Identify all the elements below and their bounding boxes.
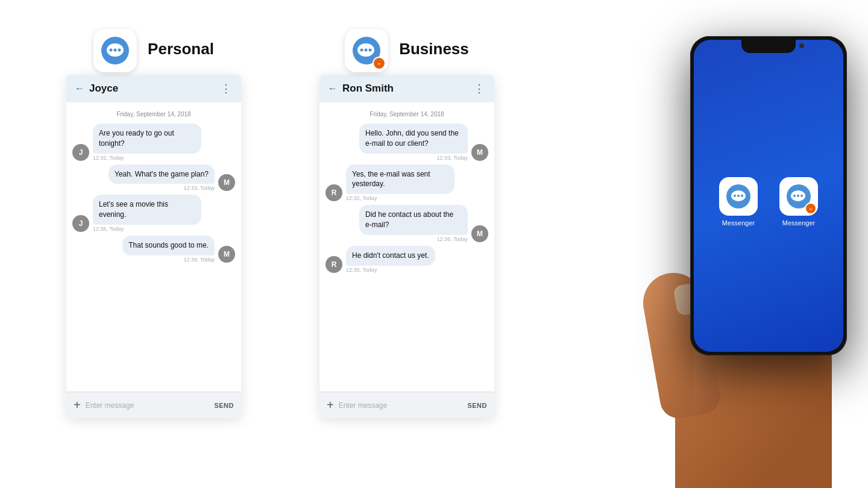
svg-point-21 xyxy=(800,195,803,197)
send-button[interactable]: SEND xyxy=(467,402,487,409)
message-input[interactable]: Enter message xyxy=(86,401,210,410)
table-row: J Are you ready to go out tonight? 12:32… xyxy=(72,124,235,161)
personal-chat-header: ← Joyce ⋮ xyxy=(66,75,241,102)
message-time: 12:35, Today xyxy=(346,267,435,273)
table-row: M Yeah. What's the game plan? 12:33, Tod… xyxy=(72,164,235,192)
add-attachment-icon[interactable]: + xyxy=(327,398,334,412)
svg-text:∞: ∞ xyxy=(378,61,381,66)
home-screen-icons: Messenger xyxy=(719,177,818,227)
svg-point-16 xyxy=(741,195,743,197)
avatar: J xyxy=(72,144,89,161)
personal-more-icon[interactable]: ⋮ xyxy=(221,82,233,95)
business-more-icon[interactable]: ⋮ xyxy=(474,82,486,95)
business-badge-icon: ∞ xyxy=(373,57,386,70)
message-bubble: He didn't contact us yet. xyxy=(346,246,435,266)
personal-contact-name: Joyce xyxy=(89,83,118,95)
avatar: M xyxy=(218,246,235,263)
personal-title: Personal xyxy=(148,40,214,58)
message-time: 12:32, Today xyxy=(346,195,454,201)
avatar: R xyxy=(326,184,342,201)
svg-point-8 xyxy=(365,49,368,52)
message-time: 12:32, Today xyxy=(93,155,201,161)
phone-device: Messenger xyxy=(555,0,868,488)
add-attachment-icon[interactable]: + xyxy=(74,398,81,412)
avatar: J xyxy=(72,215,89,232)
table-row: R Yes, the e-mail was sent yesterday. 12… xyxy=(326,164,488,202)
home-app-messenger-business[interactable]: ∞ Messenger xyxy=(779,177,818,227)
business-input-bar: + Enter message SEND xyxy=(319,392,494,418)
home-app-label: Messenger xyxy=(782,219,815,227)
message-bubble: Let's see a movie this evening. xyxy=(93,195,201,225)
avatar: M xyxy=(218,174,235,191)
business-chat-body: Friday, September 14, 2018 M Hello. John… xyxy=(319,102,494,392)
svg-point-2 xyxy=(110,49,113,52)
avatar: M xyxy=(471,144,488,161)
svg-point-3 xyxy=(114,49,117,52)
business-title: Business xyxy=(399,40,469,58)
business-app-icon[interactable]: ∞ xyxy=(345,29,388,72)
message-bubble: Are you ready to go out tonight? xyxy=(93,124,201,154)
message-bubble: Hello. John, did you send the e-mail to … xyxy=(359,124,468,154)
message-input[interactable]: Enter message xyxy=(339,401,463,410)
svg-point-7 xyxy=(360,49,363,52)
business-date-label: Friday, September 14, 2018 xyxy=(326,111,488,117)
svg-point-4 xyxy=(118,49,121,52)
personal-date-label: Friday, September 14, 2018 xyxy=(72,111,235,117)
svg-point-19 xyxy=(793,195,796,197)
table-row: M Did he contact us about the e-mail? 12… xyxy=(326,205,488,242)
avatar: M xyxy=(471,225,488,242)
home-messenger-business-icon[interactable]: ∞ xyxy=(779,177,818,216)
svg-point-14 xyxy=(734,195,736,197)
personal-app-icon[interactable] xyxy=(93,29,137,72)
personal-chat-body: Friday, September 14, 2018 J Are you rea… xyxy=(66,102,241,392)
send-button[interactable]: SEND xyxy=(214,402,234,409)
business-chat-header: ← Ron Smith ⋮ xyxy=(319,75,494,102)
home-messenger-icon[interactable] xyxy=(719,177,758,216)
message-bubble: Yes, the e-mail was sent yesterday. xyxy=(346,164,454,195)
back-arrow-icon[interactable]: ← xyxy=(75,83,84,94)
business-badge: ∞ xyxy=(805,202,817,214)
avatar: R xyxy=(326,256,342,273)
message-time: 12:33, Today xyxy=(437,155,468,161)
personal-panel: Personal ← Joyce ⋮ Friday, September 14,… xyxy=(66,29,241,418)
svg-point-15 xyxy=(737,195,740,197)
back-arrow-icon[interactable]: ← xyxy=(328,83,338,94)
business-chat-screen: ← Ron Smith ⋮ Friday, September 14, 2018… xyxy=(319,75,494,418)
message-bubble: Did he contact us about the e-mail? xyxy=(359,205,468,235)
table-row: R He didn't contact us yet. 12:35, Today xyxy=(326,246,488,273)
table-row: J Let's see a movie this evening. 12:35,… xyxy=(72,195,235,232)
business-panel: ∞ Business ← Ron Smith ⋮ Friday, Septemb… xyxy=(319,29,494,418)
home-app-messenger[interactable]: Messenger xyxy=(719,177,758,227)
personal-chat-screen: ← Joyce ⋮ Friday, September 14, 2018 J A… xyxy=(66,75,241,418)
table-row: M That sounds good to me. 12:36, Today xyxy=(72,236,235,263)
business-contact-name: Ron Smith xyxy=(342,83,394,95)
svg-point-20 xyxy=(797,195,799,197)
message-bubble: That sounds good to me. xyxy=(122,236,215,255)
table-row: M Hello. John, did you send the e-mail t… xyxy=(326,124,488,161)
svg-text:∞: ∞ xyxy=(810,207,812,211)
home-app-label: Messenger xyxy=(722,219,755,227)
message-bubble: Yeah. What's the game plan? xyxy=(108,164,215,184)
svg-point-9 xyxy=(369,49,372,52)
message-time: 12:35, Today xyxy=(93,226,201,232)
message-time: 12:36, Today xyxy=(184,257,215,263)
personal-input-bar: + Enter message SEND xyxy=(66,392,241,418)
message-time: 12:33, Today xyxy=(184,185,215,191)
message-time: 12:36, Today xyxy=(437,236,468,242)
